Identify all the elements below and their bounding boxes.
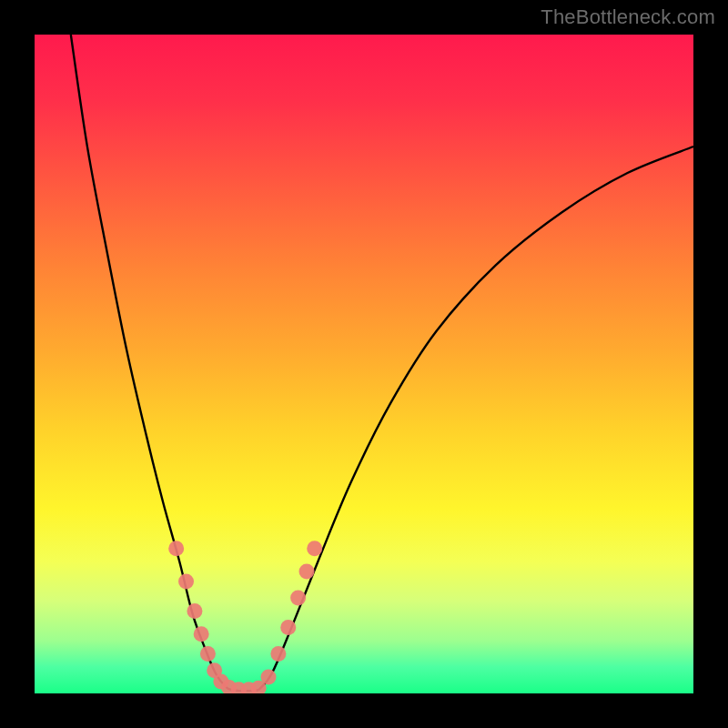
data-point <box>261 669 277 684</box>
data-point <box>299 564 315 580</box>
watermark-text: TheBottleneck.com <box>541 5 715 29</box>
data-point <box>280 620 296 635</box>
data-point <box>290 591 306 606</box>
data-point <box>200 646 216 662</box>
scatter-markers <box>168 541 322 693</box>
data-point <box>168 541 184 556</box>
plot-area <box>35 35 693 693</box>
right-curve <box>258 147 693 690</box>
data-point <box>307 541 322 556</box>
data-point <box>194 626 209 642</box>
chart-frame: TheBottleneck.com <box>0 0 728 728</box>
data-point <box>187 603 202 619</box>
left-curve <box>71 35 232 690</box>
data-point <box>270 646 286 662</box>
chart-svg <box>35 35 693 693</box>
data-point <box>178 573 194 589</box>
